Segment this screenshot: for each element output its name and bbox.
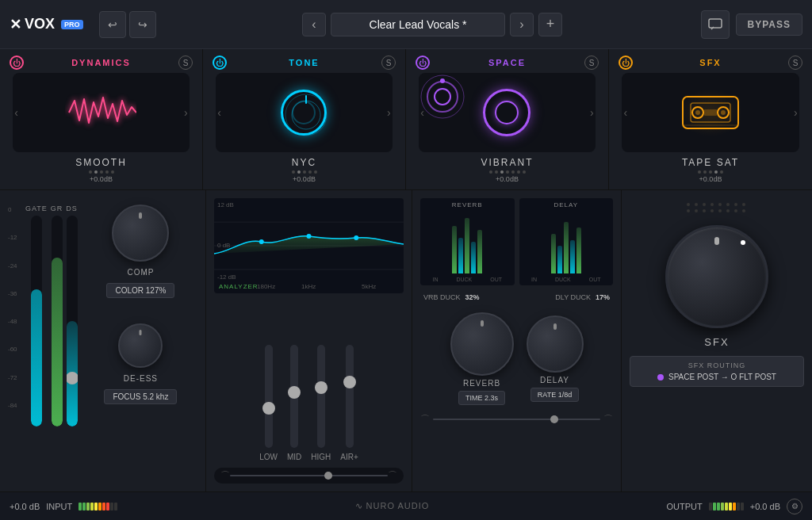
mid-eq-thumb[interactable] [288, 386, 301, 399]
space-dot-4 [511, 170, 515, 174]
scale-48: -48 [8, 318, 22, 325]
tone-dot-3 [308, 170, 312, 174]
air-eq-thumb[interactable] [343, 376, 356, 388]
space-curve-right: ⌒ [603, 413, 613, 426]
speaker-grid [687, 203, 747, 212]
space-next-arrow[interactable]: › [590, 106, 594, 119]
delay-knob-label: DELAY [540, 376, 569, 384]
space-dots [489, 170, 526, 174]
low-eq-col: LOW [259, 345, 278, 461]
eq-sliders: LOW MID HIGH AIR+ [214, 300, 404, 461]
preset-next-button[interactable]: › [510, 13, 534, 36]
gate-slider[interactable] [31, 216, 42, 426]
gr-slider[interactable] [52, 216, 63, 426]
sfx-routing-box[interactable]: SFX ROUTING SPACE POST → O FLT POST [630, 356, 804, 387]
high-eq-slider[interactable] [317, 345, 325, 448]
sfx-dot-0 [698, 170, 701, 174]
svg-point-6 [435, 89, 450, 105]
space-db: +0.0dB [496, 175, 519, 183]
sfx-prev-arrow[interactable]: ‹ [623, 106, 627, 119]
air-eq-slider[interactable] [346, 345, 354, 448]
tone-detail-panel: 12 dB 0 dB -12 dB ANALYZER 180Hz 1kHz 5k… [206, 190, 412, 491]
de-ess-label: DE-ESS [124, 374, 158, 383]
rate-badge[interactable]: RATE 1/8d [530, 388, 579, 402]
undo-button[interactable]: ↩ [99, 11, 126, 38]
comp-label: COMP [127, 268, 154, 277]
space-slider-line[interactable] [433, 419, 600, 420]
sfx-speaker-dots [638, 198, 795, 217]
input-meter [79, 503, 117, 510]
dly-duck-value: 17% [596, 293, 610, 301]
svg-point-21 [307, 234, 312, 239]
space-visual: ‹ › [419, 73, 595, 152]
chat-button[interactable] [701, 10, 730, 39]
reverb-knob[interactable] [450, 312, 514, 376]
gr-slider-col: GR [51, 205, 63, 426]
high-eq-thumb[interactable] [315, 381, 327, 394]
comp-knob[interactable] [112, 205, 169, 262]
logo-pro-badge: PRO [61, 20, 83, 29]
tone-slider-thumb[interactable] [324, 472, 332, 480]
color-badge[interactable]: COLOR 127% [106, 283, 174, 298]
vrb-duck: VRB DUCK 32% [423, 293, 480, 301]
dynamics-knobs: COMP COLOR 127% DE-ESS FOCUS 5.2 khz [84, 198, 197, 484]
ds-slider[interactable] [67, 216, 78, 426]
dynamics-preset-name: SMOOTH [75, 157, 127, 168]
ds-thumb [67, 372, 78, 384]
space-power-button[interactable]: ⏻ [416, 55, 430, 70]
meter-seg-3 [86, 503, 90, 510]
dynamics-power-button[interactable]: ⏻ [10, 55, 24, 70]
space-settings-button[interactable]: S [584, 55, 599, 70]
air-eq-label: AIR+ [340, 453, 358, 461]
dynamics-next-arrow[interactable]: › [184, 106, 188, 119]
tone-knob-visual [281, 90, 327, 136]
space-prev-arrow[interactable]: ‹ [420, 106, 424, 119]
sfx-next-arrow[interactable]: › [794, 106, 798, 119]
preset-add-button[interactable]: + [538, 13, 562, 36]
time-badge[interactable]: TIME 2.3s [458, 391, 505, 405]
low-eq-thumb[interactable] [262, 402, 275, 415]
tone-power-button[interactable]: ⏻ [213, 55, 227, 70]
routing-dot [657, 374, 664, 380]
meter-seg-1 [79, 503, 82, 510]
tone-dot-4 [314, 170, 317, 174]
meter-seg-7 [102, 503, 105, 510]
redo-button[interactable]: ↪ [129, 11, 156, 38]
tone-next-arrow[interactable]: › [387, 106, 391, 119]
analyzer-label: ANALYZER [219, 283, 259, 290]
gate-label: GATE [25, 205, 48, 212]
mid-eq-slider[interactable] [290, 345, 298, 448]
sfx-power-button[interactable]: ⏻ [619, 55, 633, 70]
focus-badge[interactable]: FOCUS 5.2 khz [104, 389, 177, 404]
curve-left: ⌒ [220, 469, 230, 483]
vrb-duck-value: 32% [465, 293, 480, 301]
tone-bottom-slider: ⌒ ⌒ [214, 468, 404, 484]
freq-5k: 5kHz [362, 283, 376, 290]
scale-12: -12 [8, 234, 22, 241]
sfx-main-knob[interactable] [665, 225, 768, 328]
space-dot-1 [495, 170, 498, 174]
dynamics-settings-button[interactable]: S [178, 55, 193, 70]
de-ess-knob[interactable] [118, 323, 163, 368]
scale-24: -24 [8, 262, 22, 270]
delay-knob[interactable] [527, 315, 584, 373]
sfx-settings-button[interactable]: S [788, 55, 802, 70]
ds-slider-col: DS [66, 205, 78, 426]
preset-name[interactable]: Clear Lead Vocals * [331, 13, 505, 36]
space-slider-thumb[interactable] [550, 415, 558, 423]
dynamics-prev-arrow[interactable]: ‹ [14, 106, 18, 119]
analyzer-db-mid: 0 dB [217, 242, 230, 249]
tone-slider-line[interactable] [230, 475, 388, 476]
preset-prev-button[interactable]: ‹ [302, 13, 326, 36]
dynamics-module-panel: ⏻ DYNAMICS S ‹ › SMOOTH +0.0dB [0, 49, 203, 189]
output-settings-button[interactable]: ⚙ [787, 499, 802, 514]
tone-settings-button[interactable]: S [381, 55, 396, 70]
space-inner-ring [495, 101, 519, 124]
dly-duck: DLY DUCK 17% [555, 293, 610, 301]
bypass-button[interactable]: BYPASS [736, 13, 802, 36]
low-eq-slider[interactable] [265, 345, 273, 448]
ometer-seg-7 [737, 503, 740, 510]
sfx-header: ⏻ SFX S [612, 55, 809, 70]
svg-point-22 [354, 235, 358, 240]
tone-prev-arrow[interactable]: ‹ [217, 106, 221, 119]
